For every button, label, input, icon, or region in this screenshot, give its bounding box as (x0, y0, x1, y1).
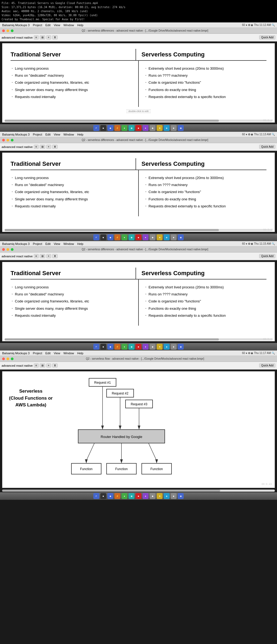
taskbar-icon-3-6[interactable]: ◉ (128, 344, 134, 350)
taskbar-icon-10[interactable]: ◈ (164, 125, 170, 131)
taskbar-icon-8[interactable]: ◆ (150, 125, 156, 131)
taskbar-icon-2-10[interactable]: ★ (157, 234, 163, 240)
menu-app-1[interactable]: Balsamiq Mockups 3 (2, 23, 30, 27)
taskbar-icon-2-3[interactable]: ◆ (107, 234, 113, 240)
taskbar-icon-3-7[interactable]: ■ (136, 344, 141, 350)
taskbar-icon-finder[interactable]: F (93, 125, 99, 131)
taskbar-icon-3-3[interactable]: ◆ (107, 344, 113, 350)
menu-app-4[interactable]: Balsamiq Mockups 3 (2, 352, 30, 355)
menu-edit-3[interactable]: Edit (45, 242, 51, 245)
menu-app-2[interactable]: Balsamiq Mockups 3 (2, 133, 30, 136)
menu-edit-4[interactable]: Edit (45, 352, 51, 355)
taskbar-icon-3-1[interactable]: F (93, 344, 99, 350)
menu-view-2[interactable]: View (54, 133, 60, 136)
menu-window-3[interactable]: Window (63, 242, 74, 245)
taskbar-icon-2-11[interactable]: ◈ (164, 234, 170, 240)
tl-red-2[interactable] (2, 139, 5, 141)
menu-help-2[interactable]: Help (77, 133, 84, 136)
taskbar-icon-2-2[interactable]: ■ (100, 234, 106, 240)
taskbar-icon-3[interactable]: ⚡ (114, 125, 120, 131)
taskbar-icon-2-12[interactable]: ■ (171, 234, 177, 240)
menu-view-3[interactable]: View (54, 242, 60, 245)
toolbar-btn-1[interactable]: ≡ (34, 35, 39, 39)
toolbar-btn-4-1[interactable]: ≡ (34, 363, 39, 367)
taskbar-icon-4-10[interactable]: ★ (157, 493, 163, 499)
taskbar-icon-2-4[interactable]: ⚡ (114, 234, 120, 240)
menu-help-4[interactable]: Help (77, 352, 84, 355)
taskbar-icon-4-8[interactable]: ● (143, 493, 149, 499)
scrollbar-1[interactable] (5, 120, 272, 122)
menu-edit-2[interactable]: Edit (45, 133, 51, 136)
toolbar-btn-2[interactable]: ⊞ (40, 35, 45, 39)
menu-window-1[interactable]: Window (63, 23, 74, 27)
toolbar-btn-3-2[interactable]: ⊞ (40, 254, 45, 258)
quick-add-2[interactable]: Quick Add (259, 145, 275, 149)
menu-edit-1[interactable]: Edit (45, 23, 51, 27)
tl-red-1[interactable] (2, 29, 5, 32)
menu-view-4[interactable]: View (54, 352, 60, 355)
menu-project-2[interactable]: Project (33, 133, 42, 136)
tl-red-4[interactable] (2, 358, 5, 360)
menu-project-4[interactable]: Project (33, 352, 42, 355)
taskbar-icon-4-11[interactable]: ◈ (164, 493, 170, 499)
toolbar-btn-2-1[interactable]: ≡ (34, 145, 39, 149)
taskbar-icon-6[interactable]: ■ (136, 125, 141, 131)
taskbar-icon-3-11[interactable]: ◈ (164, 344, 170, 350)
toolbar-btn-4-2[interactable]: ⊞ (40, 363, 45, 367)
taskbar-icon-11[interactable]: ■ (171, 125, 177, 131)
taskbar-icon-3-9[interactable]: ◆ (150, 344, 156, 350)
menu-help-3[interactable]: Help (77, 242, 84, 245)
taskbar-icon-4-5[interactable]: ● (121, 493, 127, 499)
toolbar-btn-3-3[interactable]: + (46, 254, 51, 258)
taskbar-icon-12[interactable]: ◉ (178, 125, 184, 131)
toolbar-btn-2-4[interactable]: ⬆ (52, 145, 58, 149)
tl-yellow-2[interactable] (6, 139, 9, 141)
taskbar-icon-4-9[interactable]: ◆ (150, 493, 156, 499)
toolbar-btn-3[interactable]: + (46, 35, 51, 39)
menu-project-3[interactable]: Project (33, 242, 42, 245)
toolbar-btn-4-3[interactable]: + (46, 363, 51, 367)
taskbar-icon-4-12[interactable]: ■ (171, 493, 177, 499)
taskbar-icon-3-8[interactable]: ● (143, 344, 149, 350)
toolbar-btn-3-4[interactable]: ⬆ (52, 254, 58, 258)
taskbar-icon-2-1[interactable]: F (93, 234, 99, 240)
toolbar-btn-4-4[interactable]: ⬆ (52, 363, 58, 367)
quick-add-4[interactable]: Quick Add (259, 363, 275, 367)
taskbar-icon-3-10[interactable]: ★ (157, 344, 163, 350)
quick-add-3[interactable]: Quick Add (259, 254, 275, 258)
taskbar-icon-2-7[interactable]: ■ (136, 234, 141, 240)
menu-window-2[interactable]: Window (63, 133, 74, 136)
scrollbar-3[interactable] (5, 338, 272, 340)
taskbar-icon-2[interactable]: ◆ (107, 125, 113, 131)
toolbar-btn-4[interactable]: ⬆ (52, 35, 58, 39)
taskbar-icon-4-2[interactable]: ■ (100, 493, 106, 499)
taskbar-icon-2-9[interactable]: ◆ (150, 234, 156, 240)
taskbar-icon-4-1[interactable]: F (93, 493, 99, 499)
tl-red-3[interactable] (2, 248, 5, 251)
taskbar-icon-5[interactable]: ◉ (128, 125, 134, 131)
double-click-hint-1[interactable]: double-click to edit (127, 109, 151, 113)
tl-green-2[interactable] (11, 139, 14, 141)
taskbar-icon-4-13[interactable]: ◉ (178, 493, 184, 499)
tl-yellow-4[interactable] (6, 358, 9, 360)
tl-yellow-3[interactable] (6, 248, 9, 251)
taskbar-icon-3-2[interactable]: ■ (100, 344, 106, 350)
scrollbar-2[interactable] (5, 229, 272, 231)
menu-window-4[interactable]: Window (63, 352, 74, 355)
toolbar-btn-2-3[interactable]: + (46, 145, 51, 149)
tl-green-3[interactable] (11, 248, 14, 251)
taskbar-icon-9[interactable]: ★ (157, 125, 163, 131)
taskbar-icon-4-3[interactable]: ◆ (107, 493, 113, 499)
taskbar-icon-2-8[interactable]: ● (143, 234, 149, 240)
taskbar-icon-2-5[interactable]: ● (121, 234, 127, 240)
taskbar-icon-3-4[interactable]: ⚡ (114, 344, 120, 350)
menu-view-1[interactable]: View (54, 23, 60, 27)
taskbar-icon-4-6[interactable]: ◉ (128, 493, 134, 499)
toolbar-btn-2-2[interactable]: ⊞ (40, 145, 45, 149)
taskbar-icon-1[interactable]: ■ (100, 125, 106, 131)
menu-help-1[interactable]: Help (77, 23, 84, 27)
taskbar-icon-4[interactable]: ● (121, 125, 127, 131)
taskbar-icon-4-7[interactable]: ■ (136, 493, 141, 499)
taskbar-icon-2-6[interactable]: ◉ (128, 234, 134, 240)
toolbar-btn-3-1[interactable]: ≡ (34, 254, 39, 258)
